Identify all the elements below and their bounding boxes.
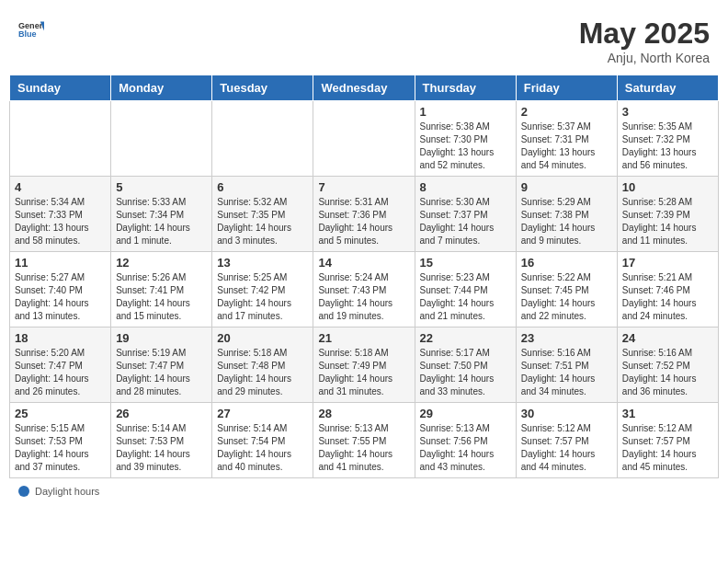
svg-text:Blue: Blue	[18, 29, 37, 39]
day-info: Sunrise: 5:28 AM Sunset: 7:39 PM Dayligh…	[622, 196, 713, 247]
day-info: Sunrise: 5:16 AM Sunset: 7:52 PM Dayligh…	[622, 347, 713, 398]
day-info: Sunrise: 5:14 AM Sunset: 7:54 PM Dayligh…	[217, 422, 308, 474]
day-number: 11	[15, 256, 106, 270]
day-number: 21	[318, 331, 409, 345]
day-info: Sunrise: 5:24 AM Sunset: 7:43 PM Dayligh…	[318, 271, 409, 323]
day-cell: 13Sunrise: 5:25 AM Sunset: 7:42 PM Dayli…	[212, 252, 313, 327]
day-info: Sunrise: 5:20 AM Sunset: 7:47 PM Dayligh…	[15, 347, 106, 398]
day-cell: 7Sunrise: 5:31 AM Sunset: 7:36 PM Daylig…	[313, 177, 415, 252]
day-number: 14	[318, 256, 409, 270]
day-info: Sunrise: 5:18 AM Sunset: 7:49 PM Dayligh…	[318, 347, 409, 398]
calendar-header-row: SundayMondayTuesdayWednesdayThursdayFrid…	[10, 75, 719, 101]
day-info: Sunrise: 5:26 AM Sunset: 7:41 PM Dayligh…	[116, 271, 207, 323]
day-cell: 31Sunrise: 5:12 AM Sunset: 7:57 PM Dayli…	[617, 403, 718, 478]
day-number: 7	[318, 180, 409, 194]
day-cell: 12Sunrise: 5:26 AM Sunset: 7:41 PM Dayli…	[111, 252, 212, 327]
location-subtitle: Anju, North Korea	[579, 51, 710, 65]
day-info: Sunrise: 5:21 AM Sunset: 7:46 PM Dayligh…	[622, 271, 713, 323]
day-info: Sunrise: 5:22 AM Sunset: 7:45 PM Dayligh…	[521, 271, 612, 323]
day-info: Sunrise: 5:23 AM Sunset: 7:44 PM Dayligh…	[420, 271, 511, 323]
day-number: 29	[420, 407, 511, 420]
day-info: Sunrise: 5:18 AM Sunset: 7:48 PM Dayligh…	[217, 347, 308, 398]
day-number: 5	[116, 180, 207, 194]
day-number: 10	[622, 180, 713, 194]
week-row-1: 1Sunrise: 5:38 AM Sunset: 7:30 PM Daylig…	[10, 101, 719, 177]
week-row-3: 11Sunrise: 5:27 AM Sunset: 7:40 PM Dayli…	[10, 252, 719, 327]
day-number: 15	[420, 256, 511, 270]
day-info: Sunrise: 5:29 AM Sunset: 7:38 PM Dayligh…	[521, 196, 612, 247]
day-info: Sunrise: 5:25 AM Sunset: 7:42 PM Dayligh…	[217, 271, 308, 323]
day-info: Sunrise: 5:12 AM Sunset: 7:57 PM Dayligh…	[521, 422, 612, 474]
day-cell: 6Sunrise: 5:32 AM Sunset: 7:35 PM Daylig…	[212, 177, 313, 252]
week-row-2: 4Sunrise: 5:34 AM Sunset: 7:33 PM Daylig…	[10, 177, 719, 252]
day-cell: 22Sunrise: 5:17 AM Sunset: 7:50 PM Dayli…	[415, 327, 516, 403]
day-info: Sunrise: 5:15 AM Sunset: 7:53 PM Dayligh…	[15, 422, 106, 474]
day-cell: 3Sunrise: 5:35 AM Sunset: 7:32 PM Daylig…	[617, 101, 718, 177]
day-cell: 23Sunrise: 5:16 AM Sunset: 7:51 PM Dayli…	[516, 327, 617, 403]
col-header-sunday: Sunday	[10, 75, 111, 101]
day-cell	[111, 101, 212, 177]
day-number: 30	[521, 407, 612, 420]
day-number: 8	[420, 180, 511, 194]
calendar-table: SundayMondayTuesdayWednesdayThursdayFrid…	[9, 75, 719, 478]
page-header: General Blue May 2025 Anju, North Korea	[9, 9, 719, 69]
day-number: 19	[116, 331, 207, 345]
col-header-wednesday: Wednesday	[313, 75, 415, 101]
day-info: Sunrise: 5:33 AM Sunset: 7:34 PM Dayligh…	[116, 196, 207, 247]
day-cell: 10Sunrise: 5:28 AM Sunset: 7:39 PM Dayli…	[617, 177, 718, 252]
day-cell: 8Sunrise: 5:30 AM Sunset: 7:37 PM Daylig…	[415, 177, 516, 252]
day-cell: 16Sunrise: 5:22 AM Sunset: 7:45 PM Dayli…	[516, 252, 617, 327]
day-info: Sunrise: 5:31 AM Sunset: 7:36 PM Dayligh…	[318, 196, 409, 247]
day-number: 9	[521, 180, 612, 194]
day-cell: 24Sunrise: 5:16 AM Sunset: 7:52 PM Dayli…	[617, 327, 718, 403]
day-cell	[212, 101, 313, 177]
title-block: May 2025 Anju, North Korea	[579, 17, 710, 65]
day-info: Sunrise: 5:38 AM Sunset: 7:30 PM Dayligh…	[420, 121, 511, 172]
day-number: 1	[420, 105, 511, 119]
day-number: 31	[622, 407, 713, 420]
day-number: 24	[622, 331, 713, 345]
day-info: Sunrise: 5:27 AM Sunset: 7:40 PM Dayligh…	[15, 271, 106, 323]
day-cell: 27Sunrise: 5:14 AM Sunset: 7:54 PM Dayli…	[212, 403, 313, 478]
day-info: Sunrise: 5:32 AM Sunset: 7:35 PM Dayligh…	[217, 196, 308, 247]
logo: General Blue	[18, 17, 46, 42]
day-number: 27	[217, 407, 308, 420]
col-header-friday: Friday	[516, 75, 617, 101]
day-cell: 17Sunrise: 5:21 AM Sunset: 7:46 PM Dayli…	[617, 252, 718, 327]
logo-icon: General Blue	[18, 17, 44, 42]
day-info: Sunrise: 5:16 AM Sunset: 7:51 PM Dayligh…	[521, 347, 612, 398]
day-cell: 18Sunrise: 5:20 AM Sunset: 7:47 PM Dayli…	[10, 327, 111, 403]
day-cell: 26Sunrise: 5:14 AM Sunset: 7:53 PM Dayli…	[111, 403, 212, 478]
day-cell	[10, 101, 111, 177]
calendar-footer: Daylight hours	[9, 478, 719, 504]
footer-dot-icon	[18, 486, 29, 497]
day-info: Sunrise: 5:37 AM Sunset: 7:31 PM Dayligh…	[521, 121, 612, 172]
week-row-4: 18Sunrise: 5:20 AM Sunset: 7:47 PM Dayli…	[10, 327, 719, 403]
day-number: 26	[116, 407, 207, 420]
col-header-thursday: Thursday	[415, 75, 516, 101]
day-cell	[313, 101, 415, 177]
svg-text:General: General	[18, 21, 44, 30]
col-header-saturday: Saturday	[617, 75, 718, 101]
day-cell: 4Sunrise: 5:34 AM Sunset: 7:33 PM Daylig…	[10, 177, 111, 252]
day-number: 20	[217, 331, 308, 345]
day-cell: 5Sunrise: 5:33 AM Sunset: 7:34 PM Daylig…	[111, 177, 212, 252]
day-cell: 20Sunrise: 5:18 AM Sunset: 7:48 PM Dayli…	[212, 327, 313, 403]
day-number: 2	[521, 105, 612, 119]
day-cell: 2Sunrise: 5:37 AM Sunset: 7:31 PM Daylig…	[516, 101, 617, 177]
day-number: 25	[15, 407, 106, 420]
day-info: Sunrise: 5:35 AM Sunset: 7:32 PM Dayligh…	[622, 121, 713, 172]
day-cell: 1Sunrise: 5:38 AM Sunset: 7:30 PM Daylig…	[415, 101, 516, 177]
day-number: 28	[318, 407, 409, 420]
footer-label: Daylight hours	[35, 486, 99, 497]
day-cell: 9Sunrise: 5:29 AM Sunset: 7:38 PM Daylig…	[516, 177, 617, 252]
col-header-monday: Monday	[111, 75, 212, 101]
day-number: 12	[116, 256, 207, 270]
day-cell: 14Sunrise: 5:24 AM Sunset: 7:43 PM Dayli…	[313, 252, 415, 327]
col-header-tuesday: Tuesday	[212, 75, 313, 101]
day-cell: 19Sunrise: 5:19 AM Sunset: 7:47 PM Dayli…	[111, 327, 212, 403]
day-number: 22	[420, 331, 511, 345]
day-info: Sunrise: 5:12 AM Sunset: 7:57 PM Dayligh…	[622, 422, 713, 474]
week-row-5: 25Sunrise: 5:15 AM Sunset: 7:53 PM Dayli…	[10, 403, 719, 478]
day-number: 17	[622, 256, 713, 270]
